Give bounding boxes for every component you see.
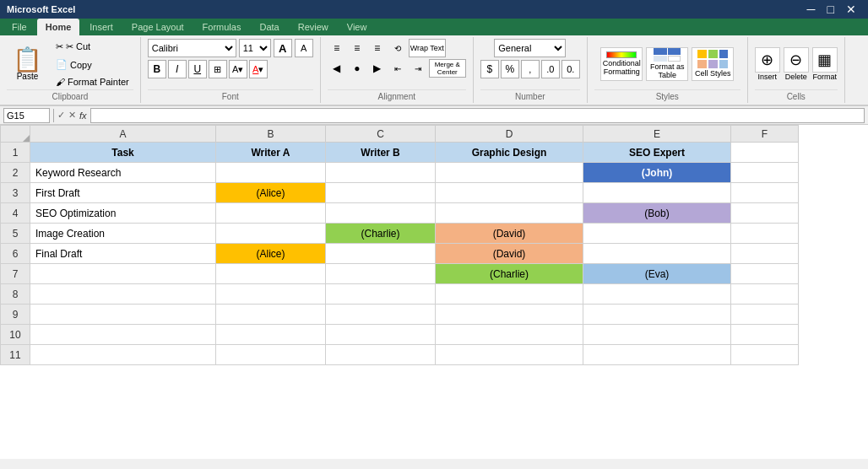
tab-page-layout[interactable]: Page Layout	[123, 19, 193, 35]
cell-8-C[interactable]	[326, 284, 436, 305]
format-as-table-btn[interactable]: Format asTable	[646, 47, 688, 81]
cell-5-B[interactable]	[216, 224, 326, 244]
align-top-btn[interactable]: ≡	[328, 39, 346, 57]
cell-styles-btn[interactable]: Cell Styles	[692, 47, 734, 81]
align-right-btn[interactable]: ▶	[368, 59, 387, 78]
cell-6-D[interactable]: (David)	[436, 244, 583, 264]
cell-11-C[interactable]	[326, 345, 436, 365]
cell-1-A[interactable]: Task	[30, 143, 216, 163]
row-header-4[interactable]: 4	[1, 203, 30, 224]
cell-11-B[interactable]	[216, 345, 326, 365]
cell-11-F[interactable]	[731, 345, 799, 365]
cell-9-E[interactable]	[583, 305, 731, 325]
cell-11-E[interactable]	[583, 345, 731, 365]
cell-4-E[interactable]: (Bob)	[583, 203, 731, 224]
font-increase-btn[interactable]: A	[274, 39, 292, 57]
tab-data[interactable]: Data	[251, 19, 287, 35]
merge-center-btn[interactable]: Merge & Center	[429, 59, 466, 78]
cell-3-E[interactable]	[583, 183, 731, 203]
cell-6-C[interactable]	[326, 244, 436, 264]
tab-home[interactable]: Home	[37, 19, 80, 35]
indent-left-btn[interactable]: ⇤	[388, 59, 407, 78]
cell-9-D[interactable]	[436, 305, 583, 325]
delete-btn[interactable]: ⊖ Delete	[784, 47, 809, 81]
decimal-more-btn[interactable]: .0	[541, 60, 560, 78]
cell-9-B[interactable]	[216, 305, 326, 325]
check-icon[interactable]: ✓	[57, 110, 65, 121]
italic-button[interactable]: I	[168, 60, 187, 78]
cell-10-A[interactable]	[30, 325, 216, 345]
cell-4-F[interactable]	[731, 203, 799, 224]
cell-10-C[interactable]	[326, 325, 436, 345]
cell-8-F[interactable]	[731, 284, 799, 305]
cell-2-A[interactable]: Keyword Research	[30, 163, 216, 183]
cell-5-D[interactable]: (David)	[436, 224, 583, 244]
cell-5-A[interactable]: Image Creation	[30, 224, 216, 244]
col-header-b[interactable]: B	[216, 126, 326, 143]
cell-5-E[interactable]	[583, 224, 731, 244]
copy-button[interactable]: 📄 Copy	[52, 57, 133, 73]
cell-3-D[interactable]	[436, 183, 583, 203]
cell-3-B[interactable]: (Alice)	[216, 183, 326, 203]
row-header-2[interactable]: 2	[1, 163, 30, 183]
cell-2-F[interactable]	[731, 163, 799, 183]
spreadsheet-container[interactable]: A B C D E F 1TaskWriter AWriter BGraphic…	[0, 125, 868, 459]
fill-color-button[interactable]: A▾	[229, 60, 247, 78]
row-header-11[interactable]: 11	[1, 345, 30, 365]
cell-10-B[interactable]	[216, 325, 326, 345]
col-header-e[interactable]: E	[583, 126, 731, 143]
format-painter-button[interactable]: 🖌 Format Painter	[52, 74, 133, 89]
tab-insert[interactable]: Insert	[81, 19, 122, 35]
cell-11-A[interactable]	[30, 345, 216, 365]
font-size-select[interactable]: 11	[239, 39, 271, 57]
cell-10-E[interactable]	[583, 325, 731, 345]
paste-button[interactable]: 📋 Paste	[7, 44, 48, 85]
cell-8-A[interactable]	[30, 284, 216, 305]
row-header-6[interactable]: 6	[1, 244, 30, 264]
cell-7-D[interactable]: (Charlie)	[436, 264, 583, 284]
indent-right-btn[interactable]: ⇥	[409, 59, 427, 78]
cell-7-F[interactable]	[731, 264, 799, 284]
currency-btn[interactable]: $	[480, 60, 499, 78]
cell-4-C[interactable]	[326, 203, 436, 224]
cell-8-E[interactable]	[583, 284, 731, 305]
cell-2-E[interactable]: (John)	[583, 163, 731, 183]
align-middle-btn[interactable]: ≡	[348, 39, 366, 57]
row-header-8[interactable]: 8	[1, 284, 30, 305]
percent-btn[interactable]: %	[501, 60, 519, 78]
cell-5-F[interactable]	[731, 224, 799, 244]
cell-2-C[interactable]	[326, 163, 436, 183]
align-bottom-btn[interactable]: ≡	[368, 39, 387, 57]
col-header-c[interactable]: C	[326, 126, 436, 143]
cancel-formula-icon[interactable]: ✕	[68, 110, 76, 121]
cell-1-C[interactable]: Writer B	[326, 143, 436, 163]
row-header-10[interactable]: 10	[1, 325, 30, 345]
align-left-btn[interactable]: ◀	[328, 59, 346, 78]
format-btn[interactable]: ▦ Format	[812, 47, 838, 81]
cell-6-A[interactable]: Final Draft	[30, 244, 216, 264]
font-name-select[interactable]: Calibri	[148, 39, 236, 57]
cell-10-F[interactable]	[731, 325, 799, 345]
border-button[interactable]: ⊞	[209, 60, 227, 78]
cell-7-E[interactable]: (Eva)	[583, 264, 731, 284]
row-header-5[interactable]: 5	[1, 224, 30, 244]
cell-11-D[interactable]	[436, 345, 583, 365]
cell-8-D[interactable]	[436, 284, 583, 305]
tab-formulas[interactable]: Formulas	[194, 19, 250, 35]
cell-1-B[interactable]: Writer A	[216, 143, 326, 163]
col-header-f[interactable]: F	[731, 126, 799, 143]
row-header-9[interactable]: 9	[1, 305, 30, 325]
font-color-button[interactable]: A▾	[249, 60, 268, 78]
minimize-btn[interactable]: ─	[802, 3, 821, 16]
cell-1-D[interactable]: Graphic Design	[436, 143, 583, 163]
cell-1-E[interactable]: SEO Expert	[583, 143, 731, 163]
underline-button[interactable]: U	[188, 60, 207, 78]
comma-btn[interactable]: ,	[521, 60, 540, 78]
cell-7-A[interactable]	[30, 264, 216, 284]
cell-7-B[interactable]	[216, 264, 326, 284]
cell-reference-input[interactable]: G15	[3, 108, 50, 123]
tab-view[interactable]: View	[339, 19, 376, 35]
row-header-3[interactable]: 3	[1, 183, 30, 203]
cell-2-B[interactable]	[216, 163, 326, 183]
formula-input[interactable]	[90, 108, 865, 123]
